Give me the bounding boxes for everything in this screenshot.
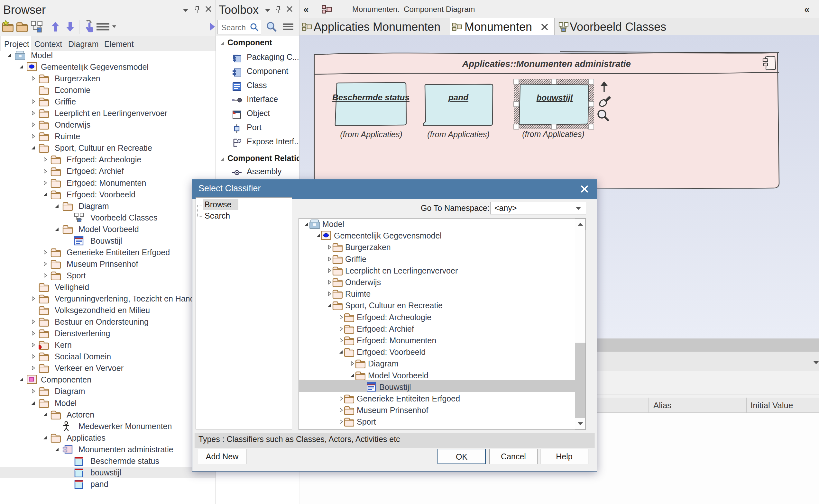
svg-text:Applicaties::Monumenten admini: Applicaties::Monumenten administratie — [462, 59, 631, 69]
svg-text:(from Applicaties): (from Applicaties) — [427, 130, 490, 139]
svg-text:pand: pand — [448, 93, 469, 102]
svg-text:(from Applicaties): (from Applicaties) — [340, 130, 402, 139]
svg-text:(from Applicaties): (from Applicaties) — [522, 130, 584, 139]
svg-text:bouwstijl: bouwstijl — [536, 93, 573, 103]
svg-text:Beschermde status: Beschermde status — [332, 93, 410, 102]
